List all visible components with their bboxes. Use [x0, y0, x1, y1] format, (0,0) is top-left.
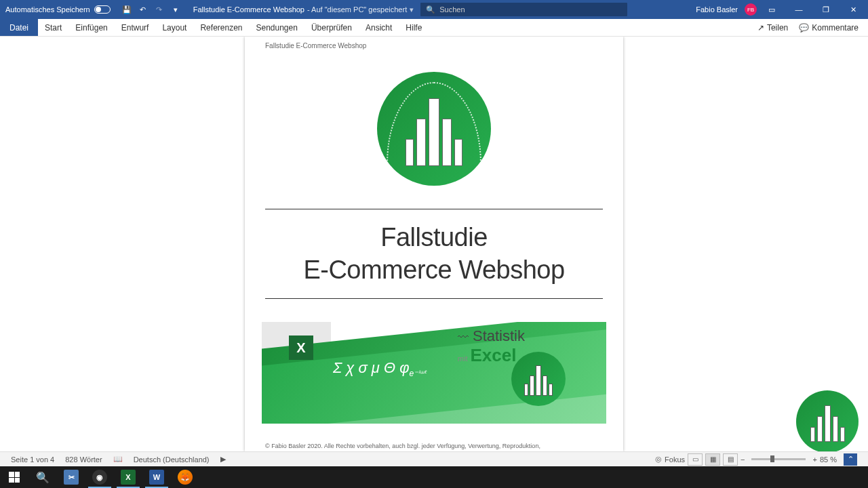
start-button[interactable]	[0, 466, 28, 488]
search-box[interactable]: 🔍	[420, 3, 627, 16]
greek-symbols: Σ χ σ μ Θ φe⁻ⁱᵚᵗ	[333, 359, 427, 378]
firefox-icon[interactable]: 🦊	[171, 466, 199, 488]
share-icon: ↗	[757, 23, 764, 33]
read-mode-icon[interactable]: ▭	[688, 453, 703, 466]
autosave-label: Automatisches Speichern	[5, 5, 90, 14]
print-layout-icon[interactable]: ▦	[705, 453, 720, 466]
saved-location: - Auf "diesem PC" gespeichert	[307, 5, 407, 14]
snip-icon[interactable]: ✂	[57, 466, 85, 488]
tab-ansicht[interactable]: Ansicht	[359, 19, 399, 36]
share-button[interactable]: ↗Teilen	[753, 22, 792, 34]
web-layout-icon[interactable]: ▤	[723, 453, 738, 466]
autosave-toggle-group: Automatisches Speichern	[0, 5, 116, 14]
redo-icon[interactable]: ↷	[154, 4, 165, 15]
logo-container	[265, 72, 603, 186]
title-bar: Automatisches Speichern 💾 ↶ ↷ ▾ Fallstud…	[0, 0, 868, 19]
undo-icon[interactable]: ↶	[138, 4, 149, 15]
title-dropdown-icon[interactable]: ▾	[410, 5, 414, 14]
user-name[interactable]: Fabio Basler	[692, 5, 742, 14]
separator-bottom	[265, 298, 603, 299]
tab-referenzen[interactable]: Referenzen	[193, 19, 249, 36]
zoom-level[interactable]: 85 %	[820, 455, 837, 464]
title-bar-right: Fabio Basler FB ▭ — ❐ ✕	[692, 0, 868, 19]
autosave-toggle[interactable]	[94, 5, 111, 14]
spellcheck-icon[interactable]: 📖	[108, 455, 128, 464]
zoom-out-icon[interactable]: −	[741, 455, 745, 464]
tab-entwurf[interactable]: Entwurf	[115, 19, 156, 36]
windows-taskbar: 🔍 ✂ ◉ X W 🦊	[0, 466, 868, 488]
chart-line-icon: 〰	[458, 331, 469, 343]
zoom-slider[interactable]	[751, 458, 806, 460]
search-input[interactable]	[439, 5, 622, 14]
quick-access-toolbar: 💾 ↶ ↷ ▾	[116, 4, 186, 15]
excel-taskbar-icon[interactable]: X	[114, 466, 142, 488]
tab-layout[interactable]: Layout	[155, 19, 193, 36]
tab-hilfe[interactable]: Hilfe	[399, 19, 429, 36]
comments-button[interactable]: 💬Kommentare	[795, 22, 863, 34]
floating-watermark-logo	[796, 390, 859, 453]
comment-icon: 💬	[799, 23, 809, 33]
tab-start[interactable]: Start	[38, 19, 68, 36]
banner-title: 〰 Statistik mitExcel	[458, 327, 525, 366]
ribbon-display-icon[interactable]: ▭	[760, 0, 784, 19]
small-statistics-logo	[511, 352, 566, 406]
close-icon[interactable]: ✕	[841, 0, 865, 19]
minimize-icon[interactable]: —	[787, 0, 811, 19]
copyright-text: © Fabio Basler 2020. Alle Rechte vorbeha…	[265, 443, 603, 449]
document-main-title: Fallstudie E-Commerce Webshop	[265, 222, 603, 286]
tab-datei[interactable]: Datei	[0, 19, 38, 36]
bar-chart-icon	[397, 92, 471, 166]
document-canvas[interactable]: Fallstudie E-Commerce Webshop Fallstudie…	[0, 37, 868, 451]
search-icon: 🔍	[426, 5, 435, 14]
excel-app-icon: X	[289, 336, 313, 360]
ribbon-tabs: Datei Start Einfügen Entwurf Layout Refe…	[0, 19, 868, 37]
document-page[interactable]: Fallstudie E-Commerce Webshop Fallstudie…	[245, 37, 623, 451]
separator-top	[265, 209, 603, 209]
document-title-area: Fallstudie E-Commerce Webshop - Auf "die…	[186, 5, 420, 14]
document-name[interactable]: Fallstudie E-Commerce Webshop	[193, 5, 304, 14]
tab-einfuegen[interactable]: Einfügen	[68, 19, 114, 36]
focus-mode[interactable]: ◎Fokus	[655, 455, 685, 464]
page-indicator[interactable]: Seite 1 von 4	[5, 455, 60, 464]
ribbon-right: ↗Teilen 💬Kommentare	[753, 22, 868, 34]
tab-ueberpruefen[interactable]: Überprüfen	[304, 19, 359, 36]
tab-sendungen[interactable]: Sendungen	[250, 19, 304, 36]
search-taskbar-icon[interactable]: 🔍	[28, 466, 57, 488]
user-avatar[interactable]: FB	[745, 3, 757, 16]
statistics-logo	[377, 72, 491, 186]
language-indicator[interactable]: Deutsch (Deutschland)	[128, 455, 215, 464]
focus-icon: ◎	[655, 455, 662, 464]
maximize-icon[interactable]: ❐	[814, 0, 838, 19]
save-icon[interactable]: 💾	[121, 4, 132, 15]
status-right: ◎Fokus ▭ ▦ ▤ − + 85 % ⌃	[650, 453, 863, 466]
word-count[interactable]: 828 Wörter	[60, 455, 107, 464]
excel-banner: X Σ χ σ μ Θ φe⁻ⁱᵚᵗ 〰 Statistik mitExcel	[262, 322, 606, 424]
obs-icon[interactable]: ◉	[85, 466, 114, 488]
word-taskbar-icon[interactable]: W	[142, 466, 171, 488]
ribbon-collapse-icon[interactable]: ⌃	[844, 453, 857, 466]
zoom-in-icon[interactable]: +	[812, 455, 816, 464]
macro-icon[interactable]: ▶	[215, 455, 231, 464]
page-header: Fallstudie E-Commerce Webshop	[265, 37, 603, 52]
status-bar: Seite 1 von 4 828 Wörter 📖 Deutsch (Deut…	[0, 451, 868, 466]
qat-dropdown-icon[interactable]: ▾	[170, 4, 181, 15]
